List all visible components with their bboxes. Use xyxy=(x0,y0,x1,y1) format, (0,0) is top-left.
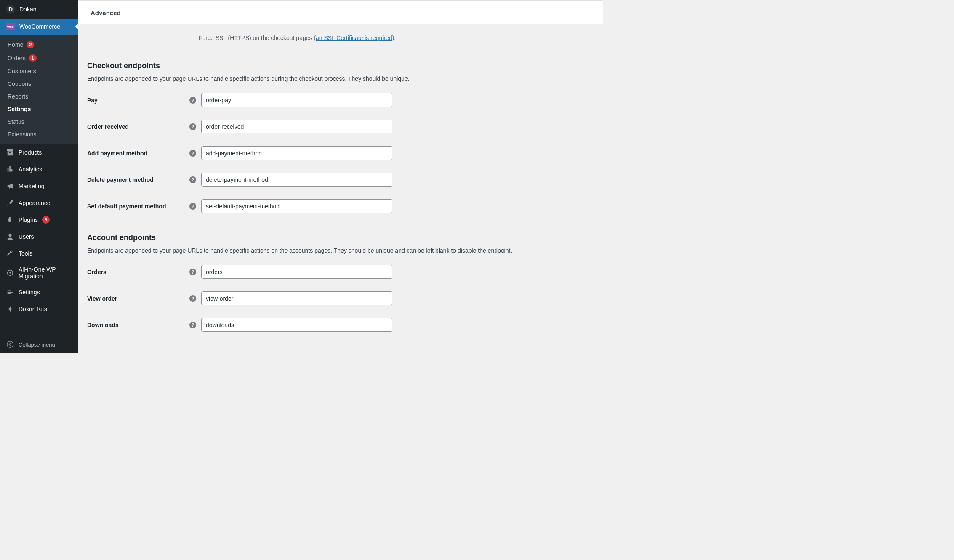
submenu-item-extensions[interactable]: Extensions xyxy=(0,128,78,141)
chart-bar-icon xyxy=(6,165,14,173)
submenu-item-reports[interactable]: Reports xyxy=(0,90,78,103)
svg-point-2 xyxy=(7,341,13,347)
submenu-item-orders[interactable]: Orders 1 xyxy=(0,51,78,65)
sidebar-top-dokan[interactable]: D Dokan xyxy=(0,0,78,19)
row-view-order: View order ? xyxy=(87,291,603,305)
archive-icon xyxy=(6,148,14,157)
sidebar-item-label: All-in-One WP Migration xyxy=(19,266,72,280)
ssl-link[interactable]: an SSL Certificate is required xyxy=(316,35,392,41)
label-pay: Pay xyxy=(87,97,189,104)
sparkle-icon xyxy=(6,305,14,313)
row-pay: Pay ? xyxy=(87,93,603,107)
label-downloads: Downloads xyxy=(87,322,189,328)
sidebar-item-label: Plugins xyxy=(19,216,38,223)
sidebar-item-label: Tools xyxy=(19,250,32,257)
count-badge: 2 xyxy=(27,41,34,48)
help-icon[interactable]: ? xyxy=(189,176,196,183)
row-delete-payment-method: Delete payment method ? xyxy=(87,173,603,187)
ssl-text: Force SSL (HTTPS) on the checkout pages … xyxy=(199,35,603,41)
woocommerce-submenu: Home 2 Orders 1 Customers Coupons Report… xyxy=(0,35,78,144)
megaphone-icon xyxy=(6,182,14,190)
row-orders: Orders ? xyxy=(87,265,603,279)
label-order-received: Order received xyxy=(87,123,189,130)
sidebar-item-settings[interactable]: Settings xyxy=(0,284,78,301)
sidebar-item-users[interactable]: Users xyxy=(0,228,78,245)
sidebar-item-marketing[interactable]: Marketing xyxy=(0,178,78,195)
submenu-item-coupons[interactable]: Coupons xyxy=(0,77,78,90)
help-icon[interactable]: ? xyxy=(189,203,196,210)
sidebar-item-plugins[interactable]: Plugins 8 xyxy=(0,211,78,228)
label-add-payment-method: Add payment method xyxy=(87,150,189,157)
input-order-received[interactable] xyxy=(201,120,392,133)
collapse-icon xyxy=(6,340,14,349)
account-endpoints-desc: Endpoints are appended to your page URLs… xyxy=(87,247,603,254)
sidebar-item-label: Settings xyxy=(19,289,40,296)
sidebar-item-products[interactable]: Products xyxy=(0,144,78,161)
label-set-default-payment-method: Set default payment method xyxy=(87,203,189,210)
submenu-label: Settings xyxy=(8,106,31,112)
submenu-label: Customers xyxy=(8,68,36,75)
sidebar-item-label: WooCommerce xyxy=(19,23,60,30)
help-icon[interactable]: ? xyxy=(189,295,196,302)
ssl-prefix: Force SSL (HTTPS) on the checkout pages … xyxy=(199,35,316,41)
plug-icon xyxy=(6,216,14,224)
submenu-item-customers[interactable]: Customers xyxy=(0,65,78,77)
sidebar-top-label: Dokan xyxy=(19,6,36,13)
collapse-label: Collapse menu xyxy=(19,341,55,348)
sidebar-item-label: Appearance xyxy=(19,200,51,206)
label-orders: Orders xyxy=(87,269,189,275)
account-endpoints-title: Account endpoints xyxy=(87,233,603,242)
woocommerce-icon: woo xyxy=(6,23,15,30)
help-icon[interactable]: ? xyxy=(189,97,196,104)
label-view-order: View order xyxy=(87,295,189,302)
submenu-item-status[interactable]: Status xyxy=(0,115,78,128)
checkout-endpoints-desc: Endpoints are appended to your page URLs… xyxy=(87,75,603,82)
row-order-received: Order received ? xyxy=(87,120,603,133)
sidebar-item-tools[interactable]: Tools xyxy=(0,245,78,262)
submenu-label: Orders xyxy=(8,55,26,61)
submenu-label: Home xyxy=(8,41,23,48)
input-downloads[interactable] xyxy=(201,318,392,332)
tab-advanced[interactable]: Advanced xyxy=(91,9,121,16)
submenu-label: Coupons xyxy=(8,80,31,87)
sidebar-item-analytics[interactable]: Analytics xyxy=(0,161,78,178)
help-icon[interactable]: ? xyxy=(189,269,196,275)
migration-icon xyxy=(6,269,14,277)
tab-header: Advanced xyxy=(78,1,603,24)
checkout-endpoints-title: Checkout endpoints xyxy=(87,61,603,70)
sidebar-item-label: Users xyxy=(19,233,34,240)
submenu-item-home[interactable]: Home 2 xyxy=(0,38,78,51)
sidebar-item-appearance[interactable]: Appearance xyxy=(0,195,78,211)
sidebar-item-label: Analytics xyxy=(19,166,42,173)
wrench-icon xyxy=(6,249,14,258)
sliders-icon xyxy=(6,288,14,296)
submenu-label: Reports xyxy=(8,93,28,100)
help-icon[interactable]: ? xyxy=(189,322,196,328)
input-add-payment-method[interactable] xyxy=(201,146,392,160)
count-badge: 8 xyxy=(42,216,50,224)
input-pay[interactable] xyxy=(201,93,392,107)
sidebar-item-label: Dokan Kits xyxy=(19,306,47,312)
content-scroll[interactable]: Force SSL (HTTPS) on the checkout pages … xyxy=(78,24,603,353)
input-set-default-payment-method[interactable] xyxy=(201,199,392,213)
input-view-order[interactable] xyxy=(201,291,392,305)
sidebar-item-woocommerce[interactable]: woo WooCommerce xyxy=(0,19,78,35)
sidebar-item-dokan-kits[interactable]: Dokan Kits xyxy=(0,301,78,317)
row-set-default-payment-method: Set default payment method ? xyxy=(87,199,603,213)
sidebar-item-label: Marketing xyxy=(19,183,44,189)
sidebar-item-migration[interactable]: All-in-One WP Migration xyxy=(0,262,78,284)
brush-icon xyxy=(6,199,14,207)
row-add-payment-method: Add payment method ? xyxy=(87,146,603,160)
submenu-label: Status xyxy=(8,118,24,125)
help-icon[interactable]: ? xyxy=(189,150,196,157)
sidebar-item-label: Products xyxy=(19,149,42,156)
collapse-menu-button[interactable]: Collapse menu xyxy=(0,336,78,353)
main-content: Advanced Force SSL (HTTPS) on the checko… xyxy=(78,0,603,353)
user-icon xyxy=(6,232,14,241)
input-delete-payment-method[interactable] xyxy=(201,173,392,187)
submenu-item-settings[interactable]: Settings xyxy=(0,103,78,115)
help-icon[interactable]: ? xyxy=(189,123,196,130)
label-delete-payment-method: Delete payment method xyxy=(87,176,189,183)
input-orders[interactable] xyxy=(201,265,392,279)
dokan-logo-icon: D xyxy=(6,5,15,14)
